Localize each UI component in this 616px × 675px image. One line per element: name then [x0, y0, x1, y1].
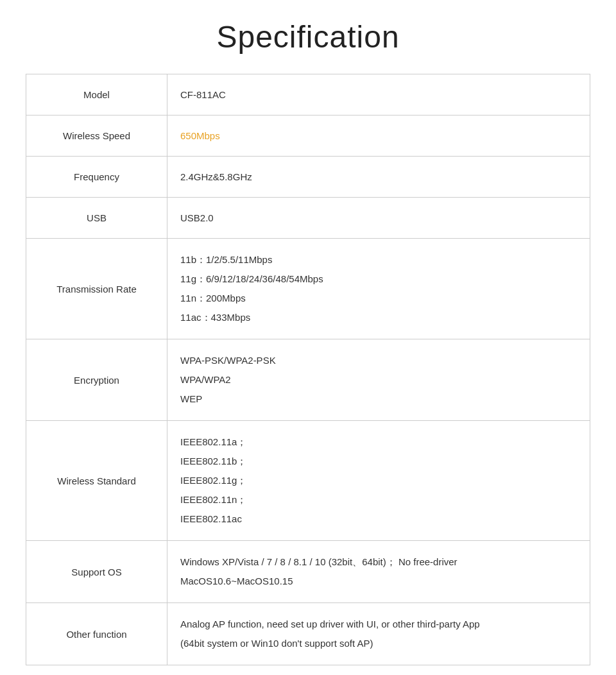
label-other-function: Other function	[26, 603, 167, 665]
table-row: Model CF-811AC	[26, 74, 590, 115]
value-frequency: 2.4GHz&5.8GHz	[167, 157, 590, 198]
table-row: Wireless Standard IEEE802.11a； IEEE802.1…	[26, 421, 590, 541]
spec-table: Model CF-811AC Wireless Speed 650Mbps Fr…	[26, 74, 590, 665]
value-transmission-rate: 11b：1/2/5.5/11Mbps 11g：6/9/12/18/24/36/4…	[167, 239, 590, 339]
standard-line-3: IEEE802.11g；	[180, 471, 577, 490]
label-wireless-standard: Wireless Standard	[26, 421, 167, 541]
table-row: USB USB2.0	[26, 198, 590, 239]
transmission-line-3: 11n：200Mbps	[180, 289, 577, 308]
other-line-1: Analog AP function, need set up driver w…	[180, 615, 577, 634]
label-usb: USB	[26, 198, 167, 239]
transmission-line-2: 11g：6/9/12/18/24/36/48/54Mbps	[180, 269, 577, 289]
os-line-1: Windows XP/Vista / 7 / 8 / 8.1 / 10 (32b…	[180, 552, 577, 572]
standard-line-4: IEEE802.11n；	[180, 490, 577, 509]
value-other-function: Analog AP function, need set up driver w…	[167, 603, 590, 665]
encryption-line-3: WEP	[180, 389, 577, 409]
table-row: Encryption WPA-PSK/WPA2-PSK WPA/WPA2 WEP	[26, 339, 590, 421]
label-encryption: Encryption	[26, 339, 167, 421]
table-row: Support OS Windows XP/Vista / 7 / 8 / 8.…	[26, 541, 590, 603]
table-row: Transmission Rate 11b：1/2/5.5/11Mbps 11g…	[26, 239, 590, 339]
wireless-speed-highlight: 650Mbps	[180, 130, 220, 141]
value-encryption: WPA-PSK/WPA2-PSK WPA/WPA2 WEP	[167, 339, 590, 421]
label-transmission-rate: Transmission Rate	[26, 239, 167, 339]
page-title: Specification	[26, 19, 590, 55]
table-row: Frequency 2.4GHz&5.8GHz	[26, 157, 590, 198]
value-wireless-speed: 650Mbps	[167, 115, 590, 157]
other-line-2: (64bit system or Win10 don't support sof…	[180, 634, 577, 653]
standard-line-2: IEEE802.11b；	[180, 452, 577, 471]
label-model: Model	[26, 74, 167, 115]
encryption-line-2: WPA/WPA2	[180, 370, 577, 389]
value-support-os: Windows XP/Vista / 7 / 8 / 8.1 / 10 (32b…	[167, 541, 590, 603]
main-content: Specification Model CF-811AC Wireless Sp…	[0, 0, 616, 675]
encryption-line-1: WPA-PSK/WPA2-PSK	[180, 351, 577, 370]
standard-line-5: IEEE802.11ac	[180, 509, 577, 529]
value-usb: USB2.0	[167, 198, 590, 239]
os-line-2: MacOS10.6~MacOS10.15	[180, 572, 577, 591]
label-frequency: Frequency	[26, 157, 167, 198]
transmission-line-4: 11ac：433Mbps	[180, 308, 577, 327]
label-support-os: Support OS	[26, 541, 167, 603]
value-model: CF-811AC	[167, 74, 590, 115]
transmission-line-1: 11b：1/2/5.5/11Mbps	[180, 250, 577, 269]
label-wireless-speed: Wireless Speed	[26, 115, 167, 157]
table-row: Other function Analog AP function, need …	[26, 603, 590, 665]
table-row: Wireless Speed 650Mbps	[26, 115, 590, 157]
value-wireless-standard: IEEE802.11a； IEEE802.11b； IEEE802.11g； I…	[167, 421, 590, 541]
standard-line-1: IEEE802.11a；	[180, 432, 577, 452]
